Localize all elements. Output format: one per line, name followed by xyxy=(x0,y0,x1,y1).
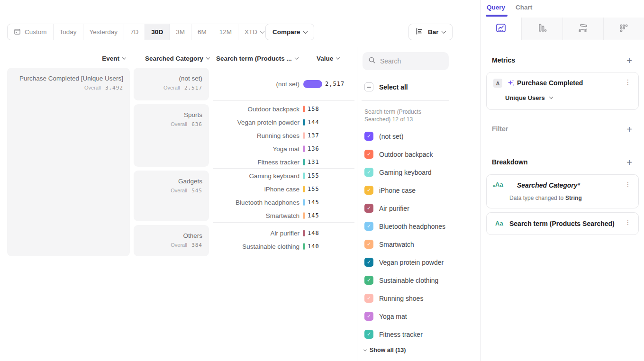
checkbox-checked-icon xyxy=(364,186,373,195)
string-property-icon: Aa xyxy=(495,220,503,227)
segment-checkbox-item[interactable]: (not set) xyxy=(364,132,403,141)
tab-insights[interactable] xyxy=(481,18,521,40)
chevron-down-icon xyxy=(303,29,308,34)
active-tab-underline xyxy=(486,15,508,17)
segment-label: Fitness tracker xyxy=(379,331,423,338)
kebab-menu-icon[interactable] xyxy=(623,78,633,86)
event-cell[interactable]: Purchase Completed [Unique Users] Overal… xyxy=(7,68,130,256)
date-range-7d[interactable]: 7D xyxy=(124,24,145,40)
event-overall: Overall 3,492 xyxy=(12,85,123,91)
tab-retention[interactable] xyxy=(603,18,644,40)
column-header-term[interactable]: Search term (Products ... xyxy=(216,55,311,62)
chevron-down-icon xyxy=(336,55,340,59)
term-row[interactable]: Vegan protein powder 144 xyxy=(213,116,354,129)
term-row[interactable]: Fitness tracker 131 xyxy=(213,155,354,169)
indeterminate-checkbox-icon xyxy=(364,82,373,91)
segment-label: iPhone case xyxy=(379,187,416,194)
chevron-down-icon xyxy=(441,29,446,34)
column-header-event[interactable]: Event xyxy=(7,55,126,62)
tab-funnels[interactable] xyxy=(521,18,562,40)
category-overall-label: Overall xyxy=(163,85,180,90)
term-row[interactable]: Sustainable clothing 140 xyxy=(213,240,354,253)
segment-checkbox-item[interactable]: Sustainable clothing xyxy=(364,276,438,285)
date-range-today[interactable]: Today xyxy=(54,24,83,40)
checkbox-checked-icon xyxy=(364,330,373,339)
kebab-menu-icon[interactable] xyxy=(623,180,633,188)
segment-checkbox-item[interactable]: Bluetooth headphones xyxy=(364,222,445,231)
category-cell[interactable]: Sports Overall 636 xyxy=(134,104,209,167)
checkbox-checked-icon xyxy=(364,294,373,303)
segment-label: Gaming keyboard xyxy=(379,169,432,176)
category-cell[interactable]: Gadgets Overall 545 xyxy=(134,171,209,221)
tab-flows[interactable] xyxy=(562,18,603,40)
value-bar xyxy=(303,199,305,206)
search-box[interactable] xyxy=(363,52,449,70)
segment-checkbox-item[interactable]: Gaming keyboard xyxy=(364,168,432,177)
measure-dropdown[interactable]: Unique Users xyxy=(505,94,553,101)
term-row[interactable]: Running shoes 137 xyxy=(213,129,354,142)
term-row[interactable]: Yoga mat 136 xyxy=(213,142,354,155)
segment-checkbox-item[interactable]: Yoga mat xyxy=(364,312,407,321)
add-metric-button[interactable] xyxy=(624,55,635,66)
term-rows: Outdoor backpack 158 Vegan protein powde… xyxy=(213,101,354,169)
term-row[interactable]: Bluetooth headphones 145 xyxy=(213,196,354,209)
segment-checkbox-item[interactable]: Fitness tracker xyxy=(364,330,423,339)
search-input[interactable] xyxy=(380,57,442,65)
chevron-down-icon xyxy=(549,95,553,99)
segment-label: Bluetooth headphones xyxy=(379,223,445,230)
string-property-icon: Aa xyxy=(495,181,503,188)
tab-chart[interactable]: Chart xyxy=(516,4,532,11)
date-range-30d[interactable]: 30D xyxy=(145,24,170,40)
date-range-6m[interactable]: 6M xyxy=(191,24,213,40)
category-group: Others Overall 384 Air purifier 148 Sust… xyxy=(134,223,354,256)
date-range-label: Custom xyxy=(25,28,47,36)
value-text: 2,517 xyxy=(325,81,345,87)
segment-checkbox-item[interactable]: Smartwatch xyxy=(364,240,414,249)
date-range-selector: Custom Today Yesterday 7D 30D 3M 6M 12M … xyxy=(7,24,271,40)
add-filter-button[interactable] xyxy=(624,124,635,135)
value-bar xyxy=(303,243,305,250)
segment-checkbox-item[interactable]: Outdoor backpack xyxy=(364,150,433,159)
value-bar xyxy=(303,186,305,192)
chart-type-select[interactable]: Bar xyxy=(408,24,453,40)
term-row[interactable]: iPhone case 155 xyxy=(213,182,354,196)
term-row[interactable]: (not set) 2,517 xyxy=(213,77,354,90)
kebab-menu-icon[interactable] xyxy=(623,218,633,226)
breakdown-card-searched-category[interactable]: Aa Searched Category* Data type changed … xyxy=(486,174,639,208)
term-row[interactable]: Smartwatch 145 xyxy=(213,209,354,222)
checkbox-checked-icon xyxy=(364,132,373,141)
checkbox-checked-icon xyxy=(364,204,373,213)
column-header-category[interactable]: Searched Category xyxy=(134,55,209,62)
value-bar xyxy=(303,132,305,139)
segment-filter-panel: Select all Search term (Products Searche… xyxy=(357,47,480,361)
add-breakdown-button[interactable] xyxy=(624,157,635,168)
category-group: Sports Overall 636 Outdoor backpack 158 … xyxy=(134,101,354,169)
column-header-value[interactable]: Value xyxy=(317,55,345,62)
table-body: (not set) Overall 2,517 (not set) 2,517 … xyxy=(134,68,354,256)
report-type-tabs xyxy=(481,18,644,40)
date-range-yesterday[interactable]: Yesterday xyxy=(83,24,125,40)
term-label: Air purifier xyxy=(213,230,299,237)
category-cell[interactable]: Others Overall 384 xyxy=(134,225,209,256)
metric-card[interactable]: A Purchase Completed Unique Users xyxy=(486,72,639,110)
compare-button[interactable]: Compare xyxy=(265,24,314,40)
select-all-checkbox[interactable]: Select all xyxy=(364,82,408,91)
segment-checkbox-item[interactable]: Vegan protein powder xyxy=(364,258,444,267)
term-row[interactable]: Air purifier 148 xyxy=(213,226,354,240)
segment-checkbox-item[interactable]: Air purifier xyxy=(364,204,409,213)
breakdown-card-search-term[interactable]: Aa Search term (Products Searched) xyxy=(486,212,639,235)
category-overall-label: Overall xyxy=(171,121,187,127)
term-row[interactable]: Gaming keyboard 155 xyxy=(213,169,354,182)
category-cell[interactable]: (not set) Overall 2,517 xyxy=(134,68,209,100)
term-label: Yoga mat xyxy=(213,145,299,153)
date-range-custom[interactable]: Custom xyxy=(8,24,54,40)
segment-label: Vegan protein powder xyxy=(379,259,444,266)
tab-query[interactable]: Query xyxy=(487,4,505,11)
metrics-heading: Metrics xyxy=(492,56,515,64)
segment-checkbox-item[interactable]: iPhone case xyxy=(364,186,416,195)
segment-checkbox-item[interactable]: Running shoes xyxy=(364,294,423,303)
date-range-3m[interactable]: 3M xyxy=(170,24,191,40)
date-range-12m[interactable]: 12M xyxy=(213,24,238,40)
show-all-link[interactable]: Show all (13) xyxy=(364,347,406,353)
term-row[interactable]: Outdoor backpack 158 xyxy=(213,102,354,116)
